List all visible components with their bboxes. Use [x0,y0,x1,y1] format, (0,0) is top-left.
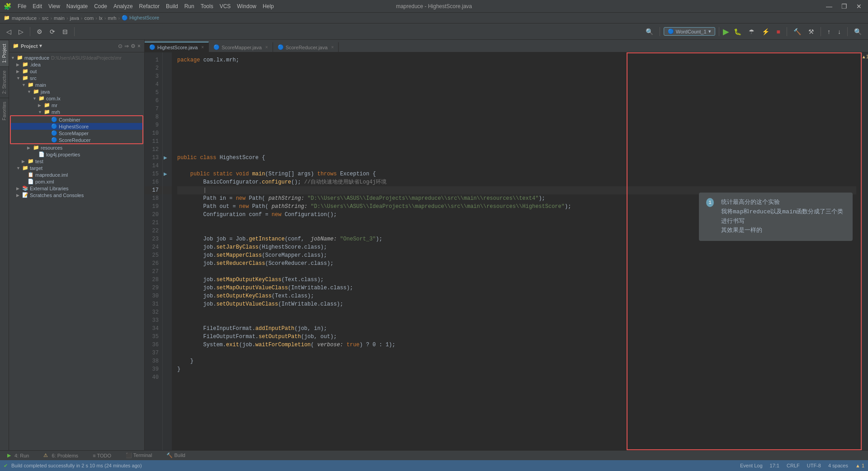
stop-button[interactable]: ■ [774,26,783,37]
tree-item-resources[interactable]: ▶ 📁 resources [9,144,144,151]
breadcrumb-main[interactable]: main [54,15,65,21]
tree-item-comlx[interactable]: ▼ 📁 com.lx [9,95,144,102]
tab-close-highestscore[interactable]: × [201,45,204,50]
run-tool-button[interactable]: ▶ 4: Run [4,452,33,459]
breadcrumb-com[interactable]: com [84,15,94,21]
tree-arrow-mr: ▶ [38,103,43,108]
panel-expand-button[interactable]: ⇒ [124,43,129,49]
panel-close-button[interactable]: × [137,43,141,49]
tree-item-mapreduce[interactable]: ▼ 📁 mapreduce D:\Users\ASUS\IdeaProjects… [9,54,144,61]
status-charset[interactable]: UTF-8 [807,463,821,468]
tree-item-test[interactable]: ▶ 📁 test [9,158,144,165]
panel-settings-button[interactable]: ⚙ [131,43,136,49]
status-build-text: Build completed successfully in 2 s 10 m… [11,463,142,468]
editor-tab-scorereducer[interactable]: 🔵 ScoreReducer.java × [273,42,339,52]
build-project-button[interactable]: 🔨 [791,26,804,37]
tree-item-idea[interactable]: ▶ 📁 .idea [9,61,144,68]
bottom-left: ▶ 4: Run ⚠ 6: Problems ≡ TODO ⬛ Terminal… [4,452,189,459]
side-tab-structure[interactable]: 2: Structure [0,66,9,98]
breadcrumb-mrh[interactable]: mrh [108,15,117,21]
menu-item-code[interactable]: Code [91,2,110,10]
terminal-button[interactable]: ⬛ Terminal [122,452,156,459]
tree-item-out[interactable]: ▶ 📁 out [9,68,144,75]
toolbar-back-button[interactable]: ◁ [4,26,14,37]
status-event-log[interactable]: Event Log [740,463,763,468]
coverage-button[interactable]: ☂ [746,26,757,37]
tree-item-log4j[interactable]: 📄 log4j.properties [9,151,144,158]
profile-button[interactable]: ⚡ [759,26,772,37]
editor-tab-scoremapper[interactable]: 🔵 ScoreMapper.java × [209,42,273,52]
line-num-25: 25 [145,251,162,259]
code-content[interactable]: package com.lx.mrh; public class Highest… [172,52,862,450]
menu-item-analyze[interactable]: Analyze [111,2,136,10]
panel-locate-button[interactable]: ⊙ [118,43,123,49]
tab-close-scorereducer[interactable]: × [331,45,334,50]
git-button[interactable]: ↑ [825,26,833,37]
git-update-button[interactable]: ↓ [835,26,844,37]
menu-item-view[interactable]: View [46,2,63,10]
close-button[interactable]: ✕ [854,2,864,11]
toolbar-separator-2 [74,27,75,36]
menu-item-build[interactable]: Build [163,2,181,10]
menu-item-tools[interactable]: Tools [198,2,216,10]
run-arrow-13[interactable]: ▶ [163,154,172,162]
tree-item-mrh[interactable]: ▼ 📁 mrh [9,108,144,115]
toolbar-search-button[interactable]: 🔍 [643,26,656,37]
breadcrumb-lx[interactable]: lx [99,15,103,21]
side-tab-favorites[interactable]: Favorites [0,98,9,124]
menu-item-help[interactable]: Help [260,2,277,10]
tree-item-src[interactable]: ▼ 📁 src [9,75,144,81]
side-tab-project[interactable]: 1: Project [0,40,9,66]
panel-dropdown-icon[interactable]: ▾ [39,43,42,49]
status-indent[interactable]: 4 spaces [828,463,848,468]
menu-bar[interactable]: (function() { const d = JSON.parse(docum… [15,2,277,10]
tab-close-scoremapper[interactable]: × [265,45,268,50]
tree-item-pom[interactable]: 📄 pom.xml [9,178,144,185]
menu-item-window[interactable]: Window [234,2,259,10]
breadcrumb-src[interactable]: src [42,15,49,21]
problems-button[interactable]: ⚠ 6: Problems [40,452,82,459]
toolbar-sync-button[interactable]: ⟳ [47,26,58,37]
menu-item-navigate[interactable]: Navigate [64,2,90,10]
menu-item-refactor[interactable]: Refactor [137,2,162,10]
menu-item-vcs[interactable]: VCS [217,2,234,10]
menu-item-run[interactable]: Run [182,2,197,10]
make-button[interactable]: ⚒ [806,26,817,37]
tree-item-external-libs[interactable]: ▶ 📚 External Libraries [9,185,144,192]
menu-item-edit[interactable]: Edit [30,2,45,10]
tree-item-target[interactable]: ▼ 📁 target [9,165,144,171]
breadcrumb-mapreduce[interactable]: mapreduce [12,15,37,21]
breadcrumb-java[interactable]: java [70,15,79,21]
tree-item-highestscore[interactable]: 🔵 HighestScore [11,123,142,130]
run-arrow-15[interactable]: ▶ [163,170,172,178]
toolbar-settings-button[interactable]: ⚙ [34,26,45,37]
line-num-26: 26 [145,259,162,268]
tree-item-main[interactable]: ▼ 📁 main [9,81,144,88]
run-config-selector[interactable]: 🔵 WordCount_1 ▾ [664,27,715,36]
tree-item-java[interactable]: ▼ 📁 java [9,88,144,95]
toolbar-collapse-button[interactable]: ⊟ [60,26,71,37]
java-icon-scoremapper: 🔵 [51,130,58,136]
status-position[interactable]: 17:1 [770,463,779,468]
tree-item-mr[interactable]: ▶ 📁 mr [9,102,144,108]
tree-item-scorereducer[interactable]: 🔵 ScoreReducer [11,137,142,143]
editor-tab-highestscore[interactable]: 🔵 HighestScore.java × [145,42,209,52]
maximize-button[interactable]: ❐ [839,2,850,11]
find-button[interactable]: 🔍 [851,26,864,37]
tree-item-scratches[interactable]: ▶ 📝 Scratches and Consoles [9,192,144,198]
build-button[interactable]: 🔨 Build [163,452,189,459]
menu-item-file[interactable]: File [15,2,29,10]
breadcrumb-highestscore[interactable]: 🔵 HighestScore [122,15,159,21]
run-button[interactable]: ▶ [723,27,729,37]
tree-item-scoremapper[interactable]: 🔵 ScoreMapper [11,130,142,137]
todo-button[interactable]: ≡ TODO [89,452,115,459]
status-crlf[interactable]: CRLF [787,463,800,468]
tree-item-combiner[interactable]: 🔵 Combiner [11,116,142,123]
status-warnings[interactable]: ▲ 1 [855,463,864,468]
tree-item-iml[interactable]: 📋 mapreduce.iml [9,171,144,178]
tree-label-mrh: mrh [52,109,60,115]
toolbar-forward-button[interactable]: ▷ [16,26,26,37]
minimize-button[interactable]: — [823,2,835,11]
debug-button[interactable]: 🐛 [731,26,744,37]
code-editor: 1 2 3 4 5 6 7 8 9 10 11 12 13 14 15 16 1… [145,52,868,450]
